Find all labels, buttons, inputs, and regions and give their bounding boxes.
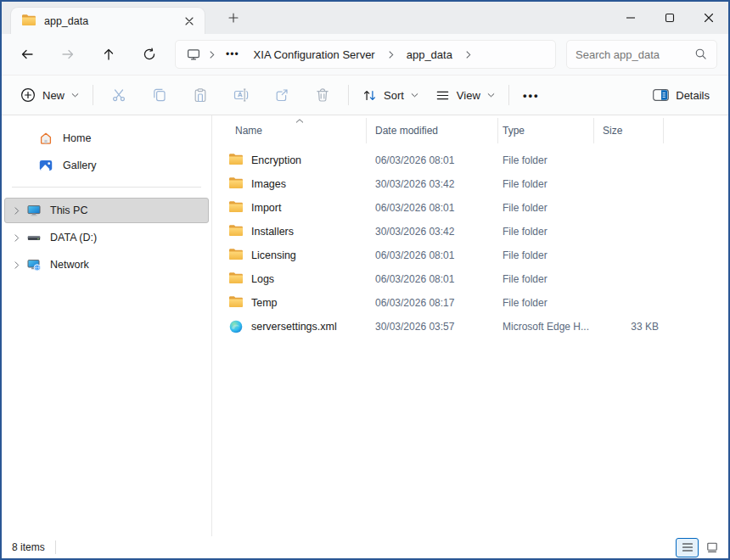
- up-button[interactable]: [88, 38, 129, 70]
- sidebar-item-network[interactable]: Network: [4, 252, 209, 277]
- search-icon[interactable]: [694, 48, 708, 61]
- forward-button[interactable]: [48, 38, 88, 70]
- more-options-button[interactable]: •••: [514, 80, 548, 110]
- details-label: Details: [676, 89, 710, 102]
- breadcrumb-segment-server[interactable]: XIA Configuration Server: [247, 46, 382, 64]
- gallery-icon: [39, 159, 53, 172]
- details-pane-button[interactable]: Details: [644, 80, 718, 110]
- file-name: Encryption: [251, 154, 301, 166]
- chevron-right-icon[interactable]: [462, 50, 474, 59]
- new-button[interactable]: New: [12, 80, 87, 110]
- chevron-right-icon: [385, 50, 397, 59]
- column-header-blank: [664, 118, 728, 143]
- file-date: 06/03/2026 08:01: [367, 154, 498, 166]
- folder-icon: [229, 272, 243, 286]
- toolbar-divider: [348, 85, 349, 105]
- file-row-encryption[interactable]: Encryption 06/03/2026 08:01 File folder: [212, 148, 728, 172]
- refresh-button[interactable]: [129, 38, 170, 70]
- navigation-bar: ••• XIA Configuration Server app_data: [2, 34, 728, 75]
- delete-button[interactable]: [302, 80, 343, 110]
- file-name: serversettings.xml: [251, 321, 337, 333]
- sort-button[interactable]: Sort: [354, 80, 427, 110]
- file-date: 30/03/2026 03:57: [367, 321, 498, 333]
- tab-title: app_data: [44, 15, 171, 27]
- close-button[interactable]: [689, 2, 728, 34]
- back-button[interactable]: [7, 38, 48, 70]
- column-header-type[interactable]: Type: [498, 118, 594, 143]
- thumbnail-view-toggle[interactable]: [700, 538, 723, 557]
- column-header-date-modified[interactable]: Date modified: [367, 118, 498, 143]
- file-row-import[interactable]: Import 06/03/2026 08:01 File folder: [212, 196, 728, 220]
- sidebar-item-label: Home: [63, 132, 91, 144]
- file-date: 06/03/2026 08:01: [367, 273, 498, 285]
- sidebar-item-label: Network: [50, 259, 89, 271]
- cut-button[interactable]: [98, 80, 139, 110]
- folder-icon: [229, 154, 243, 167]
- sidebar-item-gallery[interactable]: Gallery: [4, 153, 209, 178]
- file-date: 06/03/2026 08:01: [367, 202, 498, 214]
- search-input[interactable]: [576, 48, 689, 61]
- file-date: 06/03/2026 08:17: [367, 297, 498, 309]
- details-view-toggle[interactable]: [676, 538, 699, 557]
- new-tab-button[interactable]: [222, 7, 244, 29]
- explorer-body: Home Gallery This PC: [2, 115, 728, 536]
- file-list-pane: Name Date modified Type Size Encryption …: [212, 115, 728, 536]
- file-name: Licensing: [251, 249, 296, 261]
- file-row-serversettings-xml[interactable]: serversettings.xml 30/03/2026 03:57 Micr…: [212, 315, 728, 339]
- sidebar-item-label: This PC: [50, 204, 87, 216]
- maximize-button[interactable]: [650, 2, 689, 34]
- copy-icon: [152, 87, 167, 103]
- sidebar-item-data-drive[interactable]: DATA (D:): [4, 225, 209, 250]
- file-type: File folder: [498, 202, 594, 214]
- copy-button[interactable]: [139, 80, 180, 110]
- titlebar: app_data: [2, 2, 728, 34]
- file-row-licensing[interactable]: Licensing 06/03/2026 08:01 File folder: [212, 244, 728, 267]
- file-row-logs[interactable]: Logs 06/03/2026 08:01 File folder: [212, 267, 728, 291]
- chevron-right-icon[interactable]: [14, 260, 27, 270]
- folder-icon: [229, 201, 243, 215]
- file-type: File folder: [498, 178, 594, 190]
- sidebar-item-home[interactable]: Home: [4, 126, 209, 151]
- file-type: Microsoft Edge H...: [498, 321, 594, 333]
- file-row-installers[interactable]: Installers 30/03/2026 03:42 File folder: [212, 220, 728, 244]
- file-type: File folder: [498, 297, 594, 309]
- search-box[interactable]: [566, 40, 717, 69]
- status-bar: 8 items: [2, 536, 728, 558]
- breadcrumb-overflow-button[interactable]: •••: [221, 48, 244, 60]
- breadcrumb-segment-appdata[interactable]: app_data: [400, 46, 459, 64]
- home-icon: [39, 132, 53, 145]
- tab-close-icon[interactable]: [179, 11, 199, 31]
- file-row-images[interactable]: Images 30/03/2026 03:42 File folder: [212, 172, 728, 196]
- chevron-right-icon[interactable]: [14, 206, 27, 216]
- file-name: Installers: [251, 226, 294, 238]
- share-button[interactable]: [261, 80, 302, 110]
- file-row-temp[interactable]: Temp 06/03/2026 08:17 File folder: [212, 291, 728, 315]
- sort-ascending-icon: [295, 119, 304, 123]
- column-headers: Name Date modified Type Size: [212, 118, 728, 143]
- view-button[interactable]: View: [427, 80, 503, 110]
- paste-button[interactable]: [180, 80, 221, 110]
- command-toolbar: New Sort View: [2, 75, 728, 115]
- toolbar-divider: [508, 85, 509, 105]
- column-header-name[interactable]: Name: [212, 118, 367, 143]
- chevron-down-icon: [487, 92, 495, 98]
- file-name: Images: [251, 178, 286, 190]
- file-type: File folder: [498, 273, 594, 285]
- trash-icon: [315, 87, 330, 103]
- minimize-button[interactable]: [611, 2, 650, 34]
- chevron-right-icon[interactable]: [14, 233, 27, 243]
- address-bar[interactable]: ••• XIA Configuration Server app_data: [175, 40, 556, 69]
- column-header-size[interactable]: Size: [594, 118, 664, 143]
- sidebar-item-this-pc[interactable]: This PC: [4, 198, 209, 223]
- file-size: 33 KB: [594, 321, 664, 333]
- file-date: 30/03/2026 03:42: [367, 178, 498, 190]
- chevron-down-icon: [71, 92, 79, 98]
- rename-button[interactable]: [221, 80, 261, 110]
- explorer-tab[interactable]: app_data: [10, 7, 205, 34]
- network-icon: [27, 258, 41, 272]
- this-pc-breadcrumb-icon[interactable]: [187, 48, 200, 61]
- view-label: View: [457, 89, 480, 102]
- details-view-icon: [682, 542, 694, 552]
- file-type: File folder: [498, 249, 594, 261]
- sidebar-item-label: DATA (D:): [50, 232, 97, 244]
